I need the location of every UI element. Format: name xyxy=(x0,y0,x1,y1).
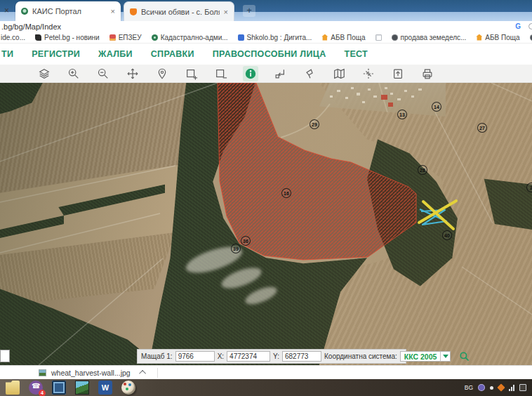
bookmark-item[interactable]: ide.co... xyxy=(1,34,25,41)
show-desktop-button[interactable] xyxy=(519,384,526,391)
bookmark-label: продава земеделс... xyxy=(401,34,467,41)
crosshair-icon[interactable] xyxy=(361,66,376,81)
abv-home-icon xyxy=(476,34,482,41)
rect-zoom-in-icon[interactable] xyxy=(184,66,199,81)
word-icon[interactable]: W xyxy=(98,381,112,395)
taskbar-apps: 4 W xyxy=(6,381,135,395)
bookmark-label: ide.co... xyxy=(1,34,25,41)
bookmark-item[interactable]: report (92).pdf xyxy=(530,34,532,41)
pan-icon[interactable] xyxy=(125,66,140,81)
zoom-out-icon[interactable] xyxy=(95,66,111,81)
system-tray: BG xyxy=(465,384,532,391)
file-explorer-icon[interactable] xyxy=(6,381,20,395)
epzeu-icon xyxy=(109,34,116,41)
map-toolbar xyxy=(0,65,532,83)
nav-item-справки[interactable]: СПРАВКИ xyxy=(151,49,194,59)
parcel-number-label[interactable]: 39 xyxy=(231,244,241,253)
nav-item-ти[interactable]: ТИ xyxy=(1,49,13,59)
url-text: .bg/bg/Map/Index xyxy=(1,22,61,31)
viber-tray-icon[interactable] xyxy=(478,384,485,391)
chevron-down-icon[interactable] xyxy=(440,352,450,361)
print-icon[interactable] xyxy=(420,66,435,81)
x-label: X: xyxy=(218,352,224,360)
x-coordinate-input[interactable] xyxy=(227,351,270,362)
map-icon[interactable] xyxy=(331,66,347,81)
map-statusbar: Мащаб 1: X: Y: Координатна система: ККС … xyxy=(137,349,406,364)
nav-item-регистри[interactable]: РЕГИСТРИ xyxy=(32,49,80,59)
bookmark-label: АБВ Поща xyxy=(331,34,365,41)
bookmark-item[interactable] xyxy=(375,34,382,41)
network-icon[interactable] xyxy=(509,385,514,391)
computer-icon[interactable] xyxy=(52,381,66,395)
tab-kais-portal[interactable]: КАИС Портал × xyxy=(15,1,121,21)
bookmark-label: Кадастрално-адми... xyxy=(161,34,228,41)
nav-item-правоспособни-лица[interactable]: ПРАВОСПОСОБНИ ЛИЦА xyxy=(213,49,326,59)
bookmark-item[interactable]: Petel.bg - новини xyxy=(35,34,100,41)
search-icon[interactable] xyxy=(459,351,470,362)
bookmark-item[interactable]: Shkolo.bg : Дигита... xyxy=(238,34,312,41)
crs-select[interactable]: ККС 2005 xyxy=(400,351,451,362)
photo-viewer-icon[interactable] xyxy=(75,381,89,395)
export-icon[interactable] xyxy=(390,66,406,81)
location-pin-icon[interactable] xyxy=(154,66,170,81)
language-indicator[interactable]: BG xyxy=(465,384,473,391)
info-icon[interactable] xyxy=(243,66,258,81)
parcel-number-label[interactable]: 36 xyxy=(241,236,251,246)
closed-tab-close-icon[interactable]: × xyxy=(4,6,9,15)
flag-select-icon[interactable] xyxy=(302,66,317,81)
satellite-map[interactable]: 2913142728402163639 xyxy=(0,83,532,365)
tray-app-icon[interactable] xyxy=(490,386,493,390)
bookmark-label: АБВ Поща xyxy=(485,34,519,41)
y-label: Y: xyxy=(273,352,279,360)
bookmark-item[interactable]: АБВ Поща xyxy=(476,34,519,41)
notification-bell-icon xyxy=(130,8,137,15)
petel-icon xyxy=(35,34,41,41)
bookmark-label: ЕПЗЕУ xyxy=(119,34,142,41)
parcel-number-label[interactable]: 27 xyxy=(477,123,487,133)
antivirus-tray-icon[interactable] xyxy=(497,383,505,391)
parcel-number-label[interactable]: 29 xyxy=(310,119,319,129)
address-bar[interactable]: .bg/bg/Map/Index G xyxy=(0,21,532,32)
parcel-number-label[interactable]: 13 xyxy=(397,110,407,119)
scale-input[interactable] xyxy=(175,351,215,362)
bookmark-item[interactable]: ЕПЗЕУ xyxy=(109,34,142,41)
parcel-number-label[interactable]: 16 xyxy=(281,188,291,198)
parcel-number-label[interactable]: 28 xyxy=(418,165,427,175)
grid-icon xyxy=(375,34,382,41)
bookmarks-bar: ide.co...Petel.bg - новиниЕПЗЕУКадастрал… xyxy=(0,32,532,44)
parcel-number-label[interactable]: 14 xyxy=(432,102,441,112)
tab-title: КАИС Портал xyxy=(32,7,107,15)
divider xyxy=(157,368,158,378)
download-item[interactable]: wheat_harvest-wall...jpg xyxy=(39,369,146,377)
bookmark-label: Shkolo.bg : Дигита... xyxy=(247,34,312,41)
zoom-in-icon[interactable] xyxy=(66,66,81,81)
kais-icon xyxy=(152,34,158,41)
tab-title: Всички обяви - с. Болярци, об... xyxy=(141,8,220,16)
nav-item-жалби[interactable]: ЖАЛБИ xyxy=(98,49,133,59)
parcel-number-label[interactable]: 2 xyxy=(526,183,532,192)
shkolo-icon xyxy=(238,34,244,41)
close-icon[interactable]: × xyxy=(111,7,115,15)
layers-icon[interactable] xyxy=(36,66,52,81)
tab-obiavi[interactable]: Всички обяви - с. Болярци, об... × xyxy=(124,1,234,21)
screen: × КАИС Портал × Всички обяви - с. Болярц… xyxy=(0,0,532,396)
chevron-up-icon[interactable] xyxy=(139,370,146,377)
rect-zoom-out-icon[interactable] xyxy=(213,66,229,81)
corner-measure-icon[interactable] xyxy=(272,66,288,81)
new-tab-button[interactable]: + xyxy=(243,5,255,17)
y-coordinate-input[interactable] xyxy=(282,351,321,362)
paint-icon[interactable] xyxy=(121,381,135,395)
nav-item-тест[interactable]: ТЕСТ xyxy=(344,49,368,59)
bookmark-item[interactable]: АБВ Поща xyxy=(321,34,365,41)
parcel-number-label[interactable]: 40 xyxy=(442,230,452,240)
viber-icon[interactable]: 4 xyxy=(29,381,43,395)
account-avatar[interactable] xyxy=(528,23,532,29)
close-icon[interactable]: × xyxy=(224,8,228,16)
google-icon[interactable]: G xyxy=(515,22,521,30)
crs-label: Координатна система: xyxy=(324,352,397,360)
site-navigation: ТИРЕГИСТРИЖАЛБИСПРАВКИПРАВОСПОСОБНИ ЛИЦА… xyxy=(0,44,532,65)
bookmark-item[interactable]: Кадастрално-адми... xyxy=(152,34,228,41)
bookmark-item[interactable]: продава земеделс... xyxy=(392,34,467,41)
abv-home-icon xyxy=(321,34,328,41)
map-left-panel-handle[interactable] xyxy=(0,350,10,362)
